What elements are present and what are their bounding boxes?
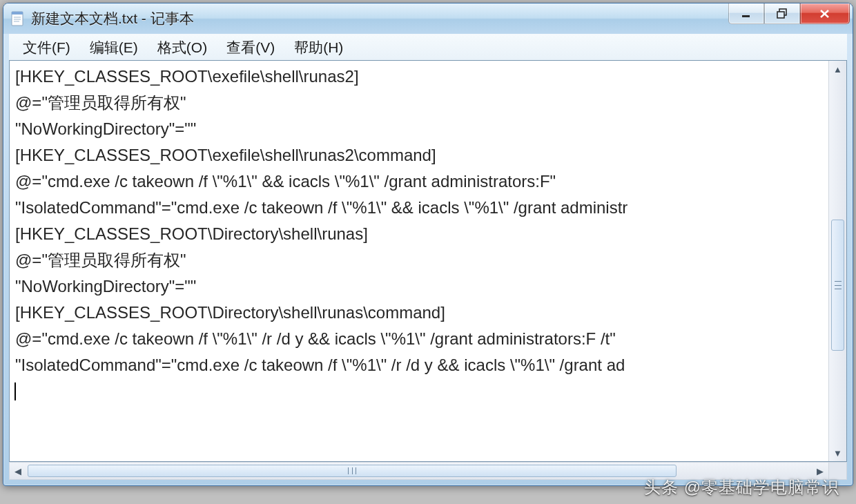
editor-line: "IsolatedCommand"="cmd.exe /c takeown /f…: [15, 195, 827, 221]
notepad-icon: [10, 11, 26, 26]
vertical-scrollbar[interactable]: ▲ ▼: [828, 61, 846, 461]
scroll-down-arrow-icon[interactable]: ▼: [829, 445, 846, 461]
editor-line: @="管理员取得所有权": [15, 247, 827, 273]
caret-line: [15, 378, 827, 405]
menu-file[interactable]: 文件(F): [13, 35, 80, 60]
editor-line: "IsolatedCommand"="cmd.exe /c takeown /f…: [15, 352, 827, 378]
editor-line: @="管理员取得所有权": [15, 90, 827, 116]
editor-line: [HKEY_CLASSES_ROOT\exefile\shell\runas2]: [15, 64, 827, 90]
menu-format[interactable]: 格式(O): [148, 35, 217, 60]
close-button[interactable]: [800, 3, 850, 24]
editor-line: "NoWorkingDirectory"="": [15, 273, 827, 300]
caption-buttons: [728, 3, 850, 24]
minimize-icon: [741, 8, 752, 19]
notepad-window: 新建文本文档.txt - 记事本 文件(F) 编辑(E) 格式(O) 查看(V)…: [3, 3, 853, 486]
titlebar[interactable]: 新建文本文档.txt - 记事本: [3, 3, 853, 34]
svg-rect-7: [777, 12, 784, 18]
scroll-left-arrow-icon[interactable]: ◀: [10, 463, 26, 479]
editor-line: "NoWorkingDirectory"="": [15, 116, 827, 142]
text-editor[interactable]: [HKEY_CLASSES_ROOT\exefile\shell\runas2]…: [10, 61, 828, 461]
scroll-right-arrow-icon[interactable]: ▶: [812, 463, 828, 479]
vertical-scroll-thumb[interactable]: [831, 220, 844, 351]
menu-view[interactable]: 查看(V): [217, 35, 284, 60]
close-icon: [819, 8, 831, 19]
editor-line: [HKEY_CLASSES_ROOT\Directory\shell\runas…: [15, 221, 827, 247]
editor-line: [HKEY_CLASSES_ROOT\exefile\shell\runas2\…: [15, 142, 827, 168]
menu-help[interactable]: 帮助(H): [284, 35, 353, 60]
editor-line: [HKEY_CLASSES_ROOT\Directory\shell\runas…: [15, 300, 827, 326]
menu-edit[interactable]: 编辑(E): [80, 35, 148, 60]
editor-line: @="cmd.exe /c takeown /f \"%1\" /r /d y …: [15, 326, 827, 352]
text-caret: [14, 382, 16, 400]
menubar: 文件(F) 编辑(E) 格式(O) 查看(V) 帮助(H): [9, 34, 847, 60]
horizontal-scroll-thumb[interactable]: [28, 465, 677, 477]
scrollbar-corner: [828, 463, 846, 479]
window-title: 新建文本文档.txt - 记事本: [31, 9, 728, 28]
maximize-button[interactable]: [764, 3, 800, 24]
client-area: [HKEY_CLASSES_ROOT\exefile\shell\runas2]…: [9, 60, 847, 462]
horizontal-scrollbar[interactable]: ◀ ▶: [9, 462, 847, 480]
scroll-up-arrow-icon[interactable]: ▲: [829, 61, 846, 77]
svg-rect-1: [12, 12, 23, 14]
restore-icon: [776, 8, 788, 19]
minimize-button[interactable]: [728, 3, 764, 24]
svg-rect-5: [742, 15, 750, 17]
editor-line: @="cmd.exe /c takeown /f \"%1\" && icacl…: [15, 168, 827, 195]
